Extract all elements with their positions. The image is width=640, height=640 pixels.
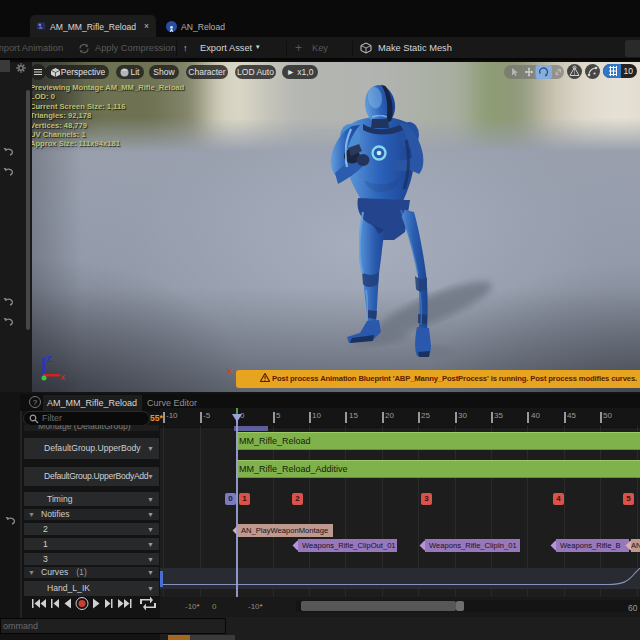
svg-text:x: x [60,372,65,382]
svg-text:Z: Z [46,354,52,364]
